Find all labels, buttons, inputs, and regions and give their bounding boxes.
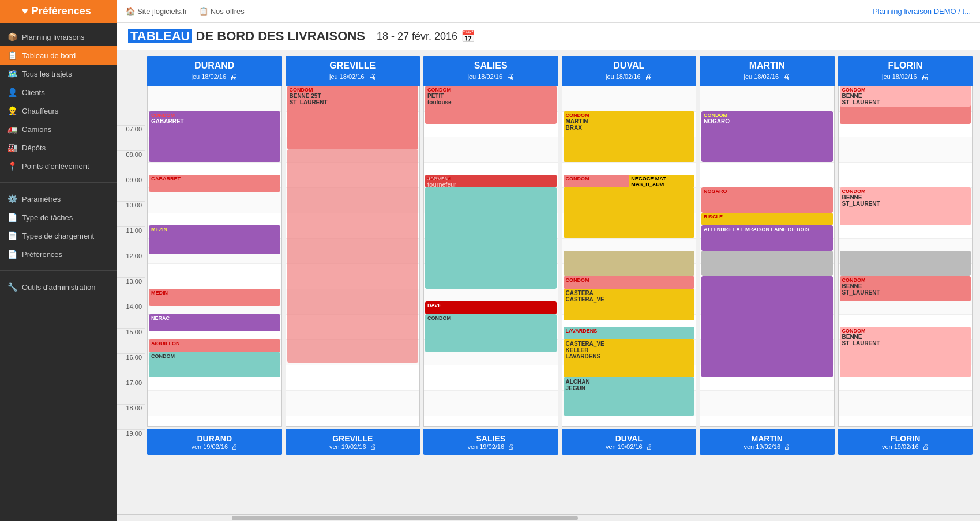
event-block[interactable]: CONDOM xyxy=(149,352,280,377)
print-icon-florin[interactable]: 🖨 xyxy=(921,72,929,81)
sidebar-item-clients[interactable]: 👤 Clients xyxy=(0,83,117,101)
driver-date-salies: jeu 18/02/16 🖨 xyxy=(426,72,556,81)
event-block[interactable]: LAVARDENS xyxy=(564,327,695,339)
event-block[interactable] xyxy=(701,251,833,276)
sidebar-item-points[interactable]: 📍 Points d'enlèvement xyxy=(0,157,117,175)
planning-container[interactable]: 07.00 08.00 09.00 10.00 11.00 12.00 13.0… xyxy=(117,50,980,514)
event-block[interactable]: NEGOCE MAT MAS_D_AUVI xyxy=(629,175,694,187)
driver-footer-name-martin: MARTIN xyxy=(702,434,832,443)
sidebar-section-title-planning: 📦 Planning livraisons xyxy=(0,28,117,46)
print-icon-duval-footer[interactable]: 🖨 xyxy=(646,443,652,450)
event-block[interactable]: DAVE xyxy=(425,301,557,314)
sidebar-section-title-params: ⚙️ Paramètres xyxy=(0,190,117,208)
print-icon-duval[interactable]: 🖨 xyxy=(644,72,652,81)
event-block[interactable]: MEDIN xyxy=(149,289,280,306)
calendar-icon[interactable]: 📅 xyxy=(461,29,475,43)
event-block[interactable]: CASTERA CASTERA_VE xyxy=(564,289,695,320)
event-block[interactable]: CONDOM GABARRET xyxy=(149,111,280,162)
print-icon-martin[interactable]: 🖨 xyxy=(782,72,790,81)
sidebar-section-params: ⚙️ Paramètres 📄 Type de tâches 📄 Types d… xyxy=(0,185,117,268)
event-block[interactable]: CONDOM xyxy=(425,314,557,352)
event-block[interactable] xyxy=(701,276,833,377)
event-block[interactable] xyxy=(564,251,695,276)
print-icon-greville[interactable]: 🖨 xyxy=(368,72,376,81)
sidebar-item-tableau[interactable]: 📋 Tableau de bord xyxy=(0,46,117,65)
event-block[interactable]: CONDOM BENNE ST_LAURENT xyxy=(840,276,971,301)
driver-schedule-durand[interactable]: CONDOM GABARRET GABARRET MEZIN MEDIN xyxy=(147,86,282,427)
driver-header-duval: DUVAL jeu 18/02/16 🖨 xyxy=(562,56,697,86)
event-block[interactable]: CONDOM PETIT toulouse xyxy=(425,86,557,124)
top-nav: 🏠 Site jlogiciels.fr 📋 Nos offres xyxy=(117,7,873,16)
driver-footer-date-duval: ven 19/02/16 🖨 xyxy=(564,443,694,450)
event-block[interactable] xyxy=(840,251,971,276)
sidebar-item-chauffeurs[interactable]: 👷 Chauffeurs xyxy=(0,101,117,120)
driver-header-martin: MARTIN jeu 18/02/16 🖨 xyxy=(700,56,835,86)
offers-link[interactable]: 📋 Nos offres xyxy=(199,7,245,16)
sidebar-section-admin: 🔧 Outils d'administration xyxy=(0,273,117,301)
event-block[interactable]: CONDOM BENNE ST_LAURENT xyxy=(840,327,971,377)
driver-name-duval: DUVAL xyxy=(564,61,694,71)
print-icon-salies-footer[interactable]: 🖨 xyxy=(508,443,514,450)
heart-icon: ♥ xyxy=(22,5,28,17)
event-block[interactable]: MEZIN xyxy=(149,225,280,254)
wrench-icon: 🔧 xyxy=(7,282,17,292)
driver-header-durand: DURAND jeu 18/02/16 🖨 xyxy=(147,56,282,86)
scrollbar-area[interactable] xyxy=(117,514,980,521)
event-block[interactable]: GABARRET xyxy=(149,175,280,192)
print-icon-salies[interactable]: 🖨 xyxy=(506,72,514,81)
map-icon: 🗺️ xyxy=(7,69,17,79)
driver-col-salies: SALIES jeu 18/02/16 🖨 xyxy=(423,56,558,455)
print-icon-durand[interactable]: 🖨 xyxy=(230,72,238,81)
driver-name-salies: SALIES xyxy=(426,61,556,71)
event-block[interactable] xyxy=(425,187,557,289)
sidebar-item-types-chargement[interactable]: 📄 Types de chargement xyxy=(0,226,117,245)
driver-name-martin: MARTIN xyxy=(702,61,832,71)
date-range: 18 - 27 févr. 2016 📅 xyxy=(377,29,475,43)
content-header: TABLEAU DE BORD DES LIVRAISONS 18 - 27 f… xyxy=(117,23,980,50)
driver-schedule-duval[interactable]: CONDOM MARTIN BRAX CONDOM NEGOCE MAT MAS… xyxy=(562,86,697,427)
event-block[interactable]: CONDOM xyxy=(564,276,695,289)
time-slot: 07.00 xyxy=(117,125,145,150)
event-block[interactable]: CONDOM BENNE 25T ST_LAURENT xyxy=(287,86,419,149)
event-block[interactable]: NERAC xyxy=(149,314,280,331)
driver-schedule-greville[interactable]: CONDOM BENNE 25T ST_LAURENT xyxy=(286,86,420,427)
print-icon-durand-footer[interactable]: 🖨 xyxy=(231,443,238,450)
driver-col-durand: DURAND jeu 18/02/16 🖨 xyxy=(147,56,282,455)
time-slot: 12.00 xyxy=(117,252,145,277)
sidebar-item-preferences[interactable]: 📄 Préférences xyxy=(0,245,117,263)
driver-schedule-salies[interactable]: CONDOM PETIT toulouse CONDOM JARVEN tour… xyxy=(423,86,558,427)
print-icon-florin-footer[interactable]: 🖨 xyxy=(922,443,929,450)
event-block[interactable]: CONDOM BENNE ST_LAURENT xyxy=(840,86,971,107)
event-block[interactable]: CONDOM BENNE ST_LAURENT xyxy=(840,187,971,225)
event-block[interactable]: CONDOM MARTIN BRAX xyxy=(564,111,695,162)
driver-date-durand: jeu 18/02/16 🖨 xyxy=(149,72,280,81)
scrollbar-thumb[interactable] xyxy=(232,516,578,520)
planning-link[interactable]: Planning livraison DEMO / t... xyxy=(873,7,980,16)
gear-icon: ⚙️ xyxy=(7,194,17,204)
site-link[interactable]: 🏠 Site jlogiciels.fr xyxy=(126,7,187,16)
time-slot: 16.00 xyxy=(117,353,145,379)
event-block[interactable]: ATTENDRE LA LIVRAISON LAINE DE BOIS xyxy=(701,225,833,251)
sidebar-item-trajets[interactable]: 🗺️ Tous les trajets xyxy=(0,65,117,83)
event-block[interactable]: RISCLE xyxy=(701,213,833,225)
event-block[interactable]: NOGARO xyxy=(701,187,833,213)
driver-schedule-florin[interactable]: CONDOM BENNE ST_LAURENT CONDOM BENNE ST_… xyxy=(838,86,973,427)
event-block[interactable]: JARVEN tournefeur xyxy=(425,175,557,187)
sidebar-section-title-admin[interactable]: 🔧 Outils d'administration xyxy=(0,278,117,296)
sidebar-item-camions[interactable]: 🚛 Camions xyxy=(0,120,117,138)
event-block[interactable]: ALCHAN JEGUN xyxy=(564,377,695,416)
driver-schedule-martin[interactable]: CONDOM NOGARO NOGARO RISCLE ATTENDRE LA … xyxy=(700,86,835,427)
print-icon-martin-footer[interactable]: 🖨 xyxy=(784,443,790,450)
event-block[interactable]: CONDOM NOGARO xyxy=(701,111,833,162)
print-icon-greville-footer[interactable]: 🖨 xyxy=(370,443,376,450)
event-block[interactable] xyxy=(564,187,695,238)
sidebar-item-depots[interactable]: 🏭 Dépôts xyxy=(0,138,117,157)
event-block[interactable]: AIGUILLON xyxy=(149,339,280,352)
sidebar-item-type-taches[interactable]: 📄 Type de tâches xyxy=(0,208,117,226)
event-block[interactable]: CASTERA_VE KELLER LAVARDENS xyxy=(564,339,695,377)
truck-icon2: 🚛 xyxy=(7,124,17,134)
driver-footer-name-salies: SALIES xyxy=(426,434,556,443)
title-highlight: TABLEAU xyxy=(128,29,192,43)
time-slot: 18.00 xyxy=(117,404,145,429)
event-block[interactable] xyxy=(287,149,419,363)
